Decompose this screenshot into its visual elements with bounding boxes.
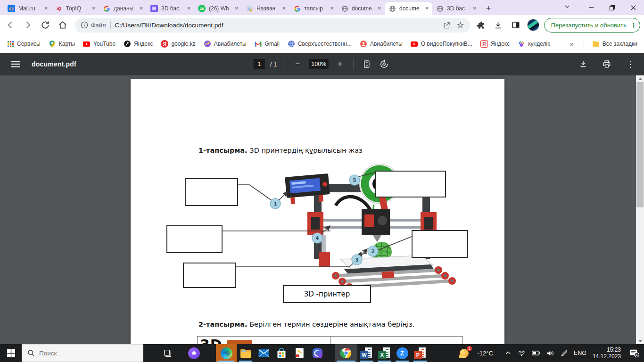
close-icon[interactable]: ✕ xyxy=(186,5,192,12)
system-tray: 1 -12°C ENG 15:23 14.12.2023 4 xyxy=(459,344,644,362)
search-input[interactable] xyxy=(39,350,124,357)
taskbar-document-app-button[interactable] xyxy=(290,344,308,362)
tab-topiq[interactable]: iQ TopIQ ✕ xyxy=(51,2,99,15)
all-bookmarks-label: Все закладки xyxy=(603,41,637,47)
bookmark-yandex[interactable]: Яндекс xyxy=(124,40,153,48)
task-view-button[interactable] xyxy=(158,344,176,362)
bookmark-avia-1[interactable]: Авиабилеты xyxy=(204,40,247,48)
close-icon[interactable]: ✕ xyxy=(472,5,478,12)
reload-button[interactable] xyxy=(38,17,52,33)
pdf-print-icon[interactable] xyxy=(601,58,613,70)
tray-expand-chevron-icon[interactable] xyxy=(505,350,512,356)
clock[interactable]: 15:23 14.12.2023 xyxy=(593,346,621,360)
rotate-button[interactable] xyxy=(378,58,390,70)
extensions-puzzle-icon[interactable] xyxy=(474,18,487,32)
bookmark-avia-2[interactable]: Авиабилеты xyxy=(360,40,403,48)
tab-document-pdf-1[interactable]: docume ✕ xyxy=(337,2,385,15)
scrollbar-thumb[interactable] xyxy=(636,82,644,207)
vertical-scrollbar[interactable] xyxy=(636,75,644,344)
close-icon[interactable]: ✕ xyxy=(377,5,382,12)
minimize-button[interactable] xyxy=(580,0,602,15)
temperature-label[interactable]: -12°C xyxy=(477,350,493,357)
notification-center-button[interactable]: 4 xyxy=(629,348,639,358)
profile-avatar[interactable] xyxy=(527,19,539,31)
tab-whatsapp[interactable]: 26 (26) Wh ✕ xyxy=(194,2,242,15)
address-bar[interactable]: Файл C:/Users/ПК/Downloads/document.pdf xyxy=(75,18,470,33)
close-icon[interactable]: ✕ xyxy=(91,5,97,12)
info-icon[interactable] xyxy=(81,21,88,29)
pdf-more-kebab-icon[interactable]: ⋮ xyxy=(624,58,636,70)
zoom-out-button[interactable]: − xyxy=(291,58,304,70)
close-icon[interactable]: ✕ xyxy=(281,5,287,12)
tab-mailru[interactable]: @ Mail.ru ✕ xyxy=(4,2,51,15)
side-panel-icon[interactable] xyxy=(509,18,522,32)
share-icon[interactable] xyxy=(443,21,451,29)
close-icon[interactable]: ✕ xyxy=(424,5,430,12)
taskbar-mail-button[interactable] xyxy=(255,344,272,362)
downloads-icon[interactable] xyxy=(491,18,505,32)
bookmark-star-icon[interactable] xyxy=(456,21,464,29)
alice-assistant-button[interactable] xyxy=(185,344,203,362)
taskbar-word-button[interactable]: W xyxy=(357,344,375,362)
close-window-button[interactable] xyxy=(623,0,644,15)
bookmark-yandex-2[interactable]: Я Яндекс xyxy=(480,40,510,48)
close-icon[interactable]: ✕ xyxy=(234,5,239,12)
bookmark-youtube[interactable]: YouTube xyxy=(83,40,116,48)
tab-search-chevron-icon[interactable] xyxy=(563,3,571,10)
close-icon[interactable]: ✕ xyxy=(43,5,49,12)
restart-update-button[interactable]: Перезапустить и обновить ⋮ xyxy=(544,18,640,33)
bookmark-google-kz[interactable]: Я google.kz xyxy=(161,40,195,48)
close-icon[interactable]: ✕ xyxy=(329,5,335,12)
fit-page-button[interactable] xyxy=(361,58,373,70)
bookmark-services[interactable]: Сервисы xyxy=(7,40,41,48)
language-indicator[interactable]: ENG xyxy=(574,350,586,356)
bookmark-supernatural[interactable]: Сверхъестественн... xyxy=(288,40,352,48)
taskbar-search-box[interactable] xyxy=(22,344,143,362)
page-number-input[interactable] xyxy=(254,59,265,69)
task1-heading: 1-тапсырма.3D принтердің құрылысын жаз xyxy=(198,147,363,154)
close-icon[interactable]: ✕ xyxy=(139,5,144,12)
taskbar-office-button[interactable] xyxy=(308,344,326,362)
bookmark-maps[interactable]: Карты xyxy=(49,40,75,48)
taskbar-zoom-button[interactable]: Z xyxy=(393,344,411,362)
battery-icon[interactable] xyxy=(532,350,540,356)
taskbar-excel-button[interactable]: X xyxy=(375,344,393,362)
forward-button[interactable] xyxy=(20,17,35,33)
bookmarks-overflow-chevron[interactable]: » xyxy=(568,40,576,48)
tab-document-pdf-active[interactable]: docume ✕ xyxy=(385,2,432,15)
pdf-download-icon[interactable] xyxy=(577,58,589,70)
tab-named-doc[interactable]: Назван ✕ xyxy=(242,2,289,15)
tab-3d-print-2[interactable]: 3D бас ✕ xyxy=(432,2,480,15)
start-button[interactable] xyxy=(0,344,22,362)
bookmark-video-shopping[interactable]: О видеоПокупкиВ... xyxy=(411,40,472,48)
zoom-in-button[interactable]: + xyxy=(334,58,346,70)
menu-kebab-icon[interactable]: ⋮ xyxy=(630,21,637,29)
weather-icon[interactable]: 1 xyxy=(459,347,471,359)
volume-icon[interactable] xyxy=(546,350,554,357)
url-text[interactable]: C:/Users/ПК/Downloads/document.pdf xyxy=(115,22,437,29)
taskbar-store-button[interactable] xyxy=(272,344,290,362)
scroll-down-arrow[interactable] xyxy=(636,337,644,344)
browser-toolbar: Файл C:/Users/ПК/Downloads/document.pdf … xyxy=(0,15,644,35)
wifi-icon[interactable] xyxy=(518,350,526,356)
bookmark-gmail[interactable]: Gmail xyxy=(255,40,280,48)
folder-icon xyxy=(592,40,600,48)
all-bookmarks[interactable]: Все закладки xyxy=(592,40,637,48)
zoom-level-value[interactable]: 100% xyxy=(309,59,329,69)
new-tab-button[interactable]: + xyxy=(482,2,495,15)
word-icon: W xyxy=(360,347,372,359)
scroll-up-arrow[interactable] xyxy=(636,75,644,82)
taskbar-chrome-button[interactable] xyxy=(335,344,357,362)
pdf-menu-icon[interactable] xyxy=(11,61,20,67)
pen-icon[interactable] xyxy=(561,350,568,357)
tab-google-search-1[interactable]: дананы ✕ xyxy=(99,2,147,15)
home-button[interactable] xyxy=(55,17,70,33)
taskbar-explorer-button[interactable] xyxy=(237,344,255,362)
taskbar-powerpoint-button[interactable]: P xyxy=(411,344,429,362)
tab-3d-print-app[interactable]: 3D бас ✕ xyxy=(147,2,194,15)
bookmark-kundelik[interactable]: кунделік xyxy=(518,40,550,48)
restore-button[interactable] xyxy=(602,0,623,15)
taskbar-edge-button[interactable] xyxy=(216,344,237,362)
tab-google-search-2[interactable]: тапсыр ✕ xyxy=(289,2,337,15)
back-button[interactable] xyxy=(3,17,17,33)
